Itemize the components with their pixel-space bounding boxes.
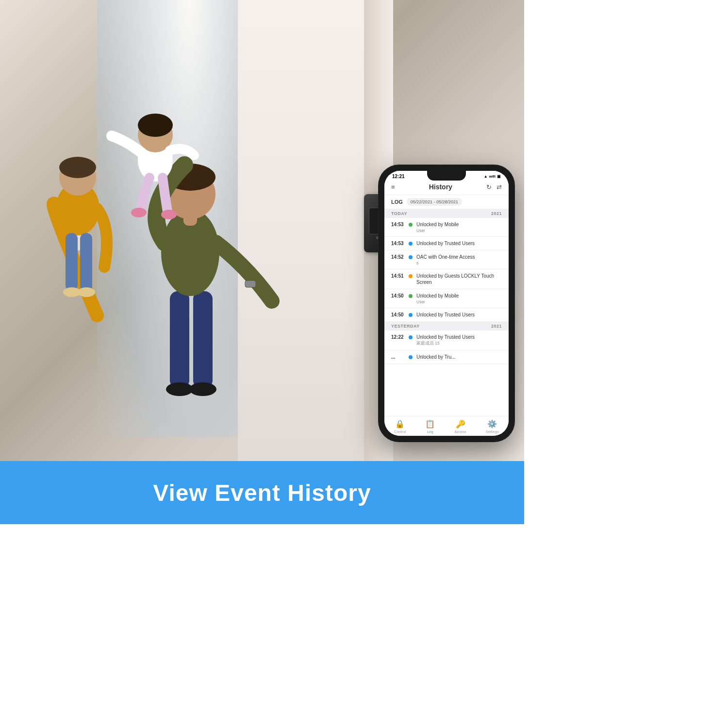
swap-icon[interactable]: ⇄ <box>496 183 502 191</box>
svg-point-9 <box>166 382 193 396</box>
log-title: Unlocked by Trusted Users <box>416 240 502 247</box>
nav-item-log[interactable]: 📋 Log <box>425 419 435 434</box>
phone-screen: 12:21 ▲ wifi ▣ ≡ History ↻ ⇄ LOG 05/22 <box>384 171 509 436</box>
log-text: Unlocked by Mobile User <box>416 293 502 304</box>
today-section-header: TODAY 2021 <box>384 209 509 218</box>
bottom-nav: 🔒 Control 📋 Log 🔑 Access ⚙️ Settings <box>384 416 509 436</box>
log-time: 14:53 <box>391 240 405 246</box>
svg-rect-4 <box>80 233 92 291</box>
status-dot-blue <box>409 242 413 246</box>
log-time: 14:52 <box>391 254 405 260</box>
date-filter-bar: LOG 05/22/2021 - 05/28/2021 <box>384 195 509 209</box>
log-time: 14:50 <box>391 293 405 298</box>
log-item[interactable]: ... Unlocked by Tru... <box>384 350 509 364</box>
app-title: History <box>429 183 452 191</box>
log-text: Unlocked by Mobile User <box>416 221 502 233</box>
wifi-icon: wifi <box>489 174 496 179</box>
log-text: Unlocked by Trusted Users <box>416 240 502 247</box>
log-text: OAC with One-time Access s <box>416 254 502 265</box>
nav-label-log: Log <box>427 430 433 434</box>
status-icons: ▲ wifi ▣ <box>484 174 501 179</box>
svg-point-19 <box>131 208 147 217</box>
control-icon: 🔒 <box>395 419 405 429</box>
nav-label-settings: Settings <box>486 430 499 434</box>
log-title: Unlocked by Trusted Users <box>416 312 502 318</box>
log-item[interactable]: 14:51 Unlocked by Guests LOCKLY Touch Sc… <box>384 269 509 289</box>
log-time: 14:50 <box>391 312 405 317</box>
log-item[interactable]: 14:53 Unlocked by Trusted Users <box>384 237 509 250</box>
log-title: Unlocked by Mobile <box>416 293 502 299</box>
nav-item-access[interactable]: 🔑 Access <box>455 419 466 434</box>
battery-icon: ▣ <box>497 174 501 179</box>
status-dot-green <box>409 223 413 227</box>
access-icon: 🔑 <box>456 419 465 429</box>
log-text: Unlocked by Tru... <box>416 354 502 360</box>
menu-icon[interactable]: ≡ <box>391 183 395 191</box>
svg-point-18 <box>138 114 173 137</box>
log-subtitle: 家庭成员 15 <box>416 341 502 347</box>
svg-point-20 <box>161 210 177 219</box>
svg-rect-15 <box>245 281 256 287</box>
yesterday-year: 2021 <box>491 324 502 329</box>
svg-point-10 <box>189 382 216 396</box>
log-time: 14:53 <box>391 221 405 227</box>
status-dot-orange <box>409 274 413 278</box>
log-subtitle: s <box>416 261 502 265</box>
log-item[interactable]: 12:22 Unlocked by Trusted Users 家庭成员 15 <box>384 331 509 350</box>
refresh-icon[interactable]: ↻ <box>486 183 492 191</box>
svg-rect-7 <box>170 291 189 388</box>
yesterday-label: Yesterday <box>391 324 420 329</box>
log-text: Unlocked by Trusted Users 家庭成员 15 <box>416 334 502 347</box>
nav-item-settings[interactable]: ⚙️ Settings <box>486 419 499 434</box>
log-item[interactable]: 14:52 OAC with One-time Access s <box>384 250 509 269</box>
nav-item-control[interactable]: 🔒 Control <box>394 419 406 434</box>
phone-mockup: 12:21 ▲ wifi ▣ ≡ History ↻ ⇄ LOG 05/22 <box>379 165 514 442</box>
log-text: Unlocked by Trusted Users <box>416 312 502 318</box>
log-time: 12:22 <box>391 334 405 340</box>
status-dot-blue <box>409 335 413 339</box>
signal-icon: ▲ <box>484 174 488 179</box>
yesterday-section-header: Yesterday 2021 <box>384 322 509 331</box>
log-item[interactable]: 14:53 Unlocked by Mobile User <box>384 218 509 237</box>
log-title: OAC with One-time Access <box>416 254 502 260</box>
status-dot-blue <box>409 255 413 259</box>
status-dot-blue <box>409 355 413 359</box>
log-icon: 📋 <box>425 419 435 429</box>
date-range[interactable]: 05/22/2021 - 05/28/2021 <box>407 198 462 206</box>
svg-rect-3 <box>66 233 78 291</box>
log-title: Unlocked by Mobile <box>416 221 502 228</box>
phone-notch <box>427 171 466 181</box>
log-list: 14:53 Unlocked by Mobile User 14:53 Unlo… <box>384 218 509 416</box>
app-header: ≡ History ↻ ⇄ <box>384 180 509 195</box>
log-title: Unlocked by Tru... <box>416 354 502 360</box>
log-item[interactable]: 14:50 Unlocked by Trusted Users <box>384 308 509 322</box>
log-label: LOG <box>391 199 403 205</box>
log-title: Unlocked by Trusted Users <box>416 334 502 340</box>
nav-label-control: Control <box>394 430 406 434</box>
settings-icon: ⚙️ <box>487 419 497 429</box>
status-time: 12:21 <box>392 174 405 179</box>
today-year: 2021 <box>491 211 502 216</box>
log-subtitle: User <box>416 228 502 233</box>
log-title: Unlocked by Guests LOCKLY Touch Screen <box>416 273 502 285</box>
header-action-icons: ↻ ⇄ <box>486 183 502 191</box>
log-time: ... <box>391 354 405 360</box>
status-dot-green <box>409 294 413 298</box>
svg-point-2 <box>59 157 96 178</box>
status-dot-blue <box>409 313 413 317</box>
bottom-banner: View Event History <box>0 461 524 524</box>
log-text: Unlocked by Guests LOCKLY Touch Screen <box>416 273 502 285</box>
today-label: TODAY <box>391 211 407 216</box>
svg-rect-8 <box>193 291 213 388</box>
log-time: 14:51 <box>391 273 405 279</box>
nav-label-access: Access <box>455 430 466 434</box>
log-item[interactable]: 14:50 Unlocked by Mobile User <box>384 289 509 308</box>
banner-text: View Event History <box>153 480 371 506</box>
log-subtitle: User <box>416 299 502 304</box>
svg-point-6 <box>78 287 95 297</box>
people-scene <box>0 83 364 461</box>
phone-body: 12:21 ▲ wifi ▣ ≡ History ↻ ⇄ LOG 05/22 <box>379 165 514 442</box>
